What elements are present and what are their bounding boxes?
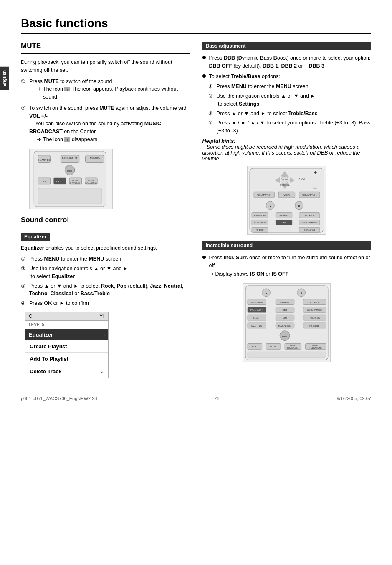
svg-text:DBB: DBB xyxy=(282,335,287,338)
bass-step-2-num: ② xyxy=(208,92,215,100)
surround-display-text: Display shows IS ON or IS OFF xyxy=(215,270,289,278)
svg-text:RDS/NEWS: RDS/NEWS xyxy=(309,317,320,319)
svg-text:MUTE: MUTE xyxy=(56,180,63,182)
svg-text:MUTE: MUTE xyxy=(270,345,277,348)
eq-step-4: ④ Press OK or ► to confirm xyxy=(21,299,190,307)
eq-menu-item-1[interactable]: Create Playlist xyxy=(25,340,108,353)
mute-remote-image: SMART EQ BASS ADJUST LASE+DBB+ DBB REC M… xyxy=(29,149,113,209)
svg-text:MUSIC: MUSIC xyxy=(290,345,296,347)
bass-step-4-num: ④ xyxy=(208,119,215,127)
arrow-icon-2: ➜ xyxy=(37,136,41,144)
bass-bullet-1: Press DBB (Dynamic Bass Boost) once or m… xyxy=(202,54,372,70)
svg-text:DIM: DIM xyxy=(283,317,287,319)
mute-step-2: ② To switch on the sound, press MUTE aga… xyxy=(21,104,190,144)
svg-text:MARK/UNMARK: MARK/UNMARK xyxy=(302,222,318,224)
mute-step-1-content: Press MUTE to switch off the sound ➜ The… xyxy=(29,78,190,102)
incredible-surround-header: Incredible surround xyxy=(202,241,372,250)
eq-menu-title: Equalizer › xyxy=(25,329,108,340)
svg-text:⏸: ⏸ xyxy=(300,292,303,295)
svg-text:DBB: DBB xyxy=(281,221,286,224)
bass-remote-svg: + – VOL MENU SCROLL ALBUM/TITLE - VIEW xyxy=(248,166,326,234)
bass-step-1-content: Press MENU to enter the MENU screen xyxy=(217,83,372,91)
bass-bullet-1-text: Press DBB (Dynamic Bass Boost) once or m… xyxy=(209,54,372,70)
svg-text:⏸: ⏸ xyxy=(298,205,301,208)
eq-step-2-num: ② xyxy=(21,265,28,272)
svg-text:ALBUM/TITLE +: ALBUM/TITLE + xyxy=(302,194,317,196)
bass-bullet-2-text: To select Treble/Bass options: xyxy=(209,73,280,81)
svg-text:BASS ADJUST: BASS ADJUST xyxy=(62,157,78,159)
svg-text:FOLLOWS ME: FOLLOWS ME xyxy=(309,347,322,349)
eq-step-1-num: ① xyxy=(21,255,28,263)
svg-text:–: – xyxy=(313,183,317,192)
eq-menu-header-left: C: xyxy=(29,314,33,319)
footer-right: 9/16/2005, 09:07 xyxy=(336,396,371,401)
svg-text:●: ● xyxy=(269,205,271,208)
eq-menu-top-bar: C: Yi. xyxy=(25,312,108,321)
eq-step-3-num: ③ xyxy=(21,282,28,290)
mute-title: MUTE xyxy=(21,42,190,50)
svg-text:RDS/NEWS: RDS/NEWS xyxy=(304,229,315,231)
svg-text:SMART EQ: SMART EQ xyxy=(251,325,262,327)
bass-bullet-2: To select Treble/Bass options: xyxy=(202,73,372,81)
mute-step-1: ① Press MUTE to switch off the sound ➜ T… xyxy=(21,78,190,102)
eq-menu-level: LEVEL5 xyxy=(25,321,108,329)
equalizer-steps: ① Press MENU to enter the MENU screen ② … xyxy=(21,255,190,307)
svg-text:SLEEP: SLEEP xyxy=(253,317,260,319)
svg-rect-98 xyxy=(248,352,326,357)
mute-section: MUTE During playback, you can temporaril… xyxy=(21,42,190,209)
svg-text:BASS ADJUST: BASS ADJUST xyxy=(278,325,291,327)
surround-bullet-text: Press Incr. Surr. once or more to turn t… xyxy=(209,254,372,279)
eq-step-4-content: Press OK or ► to confirm xyxy=(29,299,190,307)
surround-bullet-dot xyxy=(202,256,206,259)
bass-step-4: ④ Press ◄ / ► / ▲ / ▼ to select your opt… xyxy=(208,119,372,135)
svg-text:REPEAT: REPEAT xyxy=(280,301,289,304)
mute-step-2-content: To switch on the sound, press MUTE again… xyxy=(29,104,190,144)
svg-text:INCR. SURR.: INCR. SURR. xyxy=(253,222,266,224)
svg-text:DBB: DBB xyxy=(67,170,72,172)
svg-text:ALBUM/TITLE -: ALBUM/TITLE - xyxy=(257,194,271,196)
svg-text:SHUFFLE: SHUFFLE xyxy=(309,301,320,304)
mute-divider xyxy=(21,53,190,54)
svg-text:●: ● xyxy=(265,292,267,295)
eq-step-3-content: Press ▲ or ▼ and ► to select Rock, Pop (… xyxy=(29,282,190,298)
bass-step-1-num: ① xyxy=(208,83,215,90)
eq-step-2-content: Use the navigation controls ▲ or ▼ and ►… xyxy=(29,265,190,281)
eq-menu-scroll-icon: ⌄ xyxy=(100,368,104,374)
surround-bullet-1: Press Incr. Surr. once or more to turn t… xyxy=(202,254,372,279)
bass-header: Bass adjustment xyxy=(202,42,372,50)
bass-step-3-num: ③ xyxy=(208,110,215,117)
svg-text:VIEW: VIEW xyxy=(283,194,290,196)
svg-text:PROGRAM: PROGRAM xyxy=(254,214,266,216)
svg-text:INCR. SURR.: INCR. SURR. xyxy=(250,309,263,311)
svg-text:FOLLOWS ME: FOLLOWS ME xyxy=(85,182,98,184)
mute-step-2-num: ② xyxy=(21,104,28,112)
left-column: MUTE During playback, you can temporaril… xyxy=(21,42,190,385)
svg-text:SHUFFLE: SHUFFLE xyxy=(304,214,315,216)
svg-text:MENU: MENU xyxy=(282,178,288,180)
svg-text:REC: REC xyxy=(42,180,47,182)
svg-text:REPEAT: REPEAT xyxy=(279,214,288,216)
eq-menu-header-right: Yi. xyxy=(100,314,105,319)
bass-step-3-content: Press ▲ or ▼ and ► to select Treble/Bass xyxy=(217,110,372,118)
eq-menu-item-3[interactable]: Delete Track ⌄ xyxy=(25,365,108,378)
svg-text:BROADCAST: BROADCAST xyxy=(287,347,299,349)
eq-step-1-content: Press MENU to enter the MENU screen xyxy=(29,255,190,263)
svg-text:MUSIC: MUSIC xyxy=(88,179,94,181)
main-content: MUTE During playback, you can temporaril… xyxy=(21,42,371,385)
svg-text:LASE+DBB+: LASE+DBB+ xyxy=(89,157,101,159)
svg-text:MUSIC: MUSIC xyxy=(72,179,79,181)
mute-step-1-arrow: ➜ The icon ♪ The icon appears. Playback … xyxy=(37,85,190,101)
eq-menu-item-2[interactable]: Add To Playlist xyxy=(25,353,108,365)
mute-step-2-arrow: ➜ The icon ♪ disappears xyxy=(37,136,190,144)
svg-text:REC: REC xyxy=(252,345,257,348)
svg-text:VOL: VOL xyxy=(299,177,306,181)
surround-arrow: ➜ Display shows IS ON or IS OFF xyxy=(209,270,372,278)
equalizer-intro: Equalizer enables you to select predefin… xyxy=(21,244,190,252)
incredible-surround-section: Incredible surround Press Incr. Surr. on… xyxy=(202,241,372,362)
english-tab: English xyxy=(0,67,9,90)
svg-text:MUSIC: MUSIC xyxy=(312,345,319,347)
bass-remote-image: + – VOL MENU SCROLL ALBUM/TITLE - VIEW xyxy=(247,166,326,235)
svg-text:SCROLL: SCROLL xyxy=(280,184,290,186)
eq-step-2: ② Use the navigation controls ▲ or ▼ and… xyxy=(21,265,190,281)
svg-text:DBB: DBB xyxy=(282,309,287,311)
